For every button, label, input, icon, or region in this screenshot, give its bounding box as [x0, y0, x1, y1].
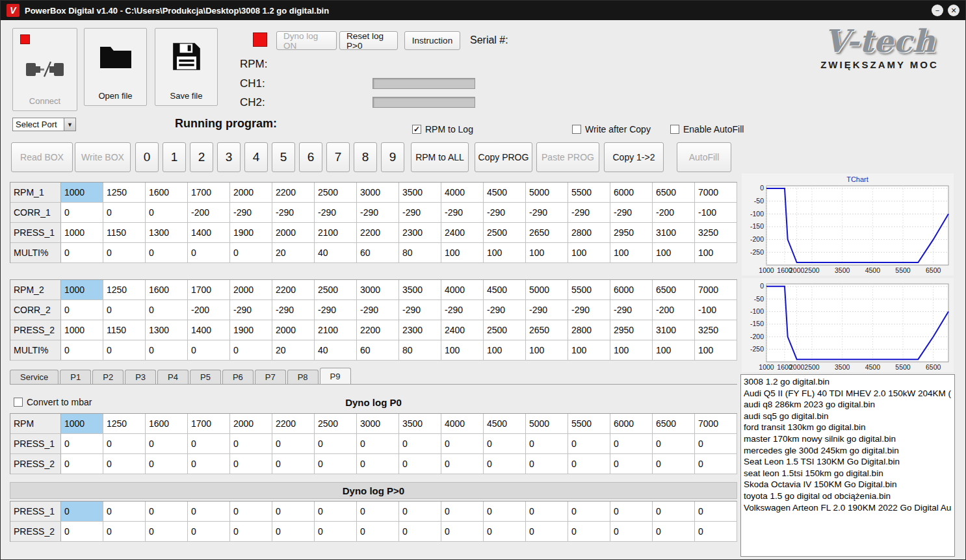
table-cell[interactable]: 1150	[103, 223, 146, 243]
table-cell[interactable]: 6000	[610, 183, 653, 203]
read-box-button[interactable]: Read BOX	[11, 142, 73, 172]
table-cell[interactable]: 6000	[610, 280, 653, 300]
table-cell[interactable]: 0	[568, 502, 610, 522]
table-cell[interactable]: 0	[146, 454, 188, 474]
instruction-button[interactable]: Instruction	[404, 31, 460, 50]
table-cell[interactable]: 1150	[103, 320, 146, 340]
table-cell[interactable]: 0	[230, 243, 272, 263]
table-cell[interactable]: 2650	[526, 320, 568, 340]
table-cell[interactable]: 100	[695, 340, 737, 361]
table-cell[interactable]: 1250	[103, 280, 146, 300]
table-cell[interactable]: 100	[568, 340, 610, 361]
table-cell[interactable]: 0	[188, 502, 230, 522]
table-cell[interactable]: 4500	[484, 183, 526, 203]
table-cell[interactable]: 1000	[61, 223, 103, 243]
table-cell[interactable]: -290	[272, 203, 315, 223]
tab-p8[interactable]: P8	[287, 370, 319, 384]
table-cell[interactable]: 2100	[315, 223, 357, 243]
table-cell[interactable]: 2500	[315, 183, 357, 203]
table-cell[interactable]: 2000	[230, 183, 272, 203]
tab-p9[interactable]: P9	[320, 368, 351, 384]
digit-button-9[interactable]: 9	[381, 142, 404, 172]
table-cell[interactable]: -290	[230, 203, 272, 223]
table-cell[interactable]: -290	[526, 300, 568, 320]
tab-p1[interactable]: P1	[60, 370, 91, 384]
table-cell[interactable]: 0	[441, 522, 484, 542]
file-list-item[interactable]: seat leon 1.5tsi 150km go digital.bin	[744, 468, 952, 479]
table-cell[interactable]: -290	[484, 203, 526, 223]
table-cell[interactable]: 2200	[272, 280, 315, 300]
table-cell[interactable]: 0	[188, 434, 230, 454]
paste-prog-button[interactable]: Paste PROG	[536, 142, 599, 172]
table-cell[interactable]: -290	[399, 300, 441, 320]
table-cell[interactable]: 0	[103, 300, 146, 320]
table-cell[interactable]: 2500	[315, 280, 357, 300]
table-cell[interactable]: 0	[103, 340, 146, 361]
table-cell[interactable]: 100	[526, 340, 568, 361]
table-cell[interactable]: 0	[610, 522, 653, 542]
table-cell[interactable]: 0	[610, 434, 653, 454]
tab-p4[interactable]: P4	[157, 370, 189, 384]
table-cell[interactable]: 0	[272, 502, 315, 522]
table-cell[interactable]: 0	[441, 434, 484, 454]
table-cell[interactable]: 0	[272, 434, 315, 454]
digit-button-0[interactable]: 0	[135, 142, 159, 172]
table-cell[interactable]: 100	[653, 243, 695, 263]
table-cell[interactable]: 2200	[357, 320, 399, 340]
table-cell[interactable]: 5000	[526, 414, 568, 434]
table-cell[interactable]: 0	[526, 434, 568, 454]
table-cell[interactable]: 1000	[61, 414, 103, 434]
table-cell[interactable]: 2200	[272, 414, 315, 434]
table-cell[interactable]: 100	[441, 243, 484, 263]
table-cell[interactable]: -290	[230, 300, 272, 320]
table-cell[interactable]: 2500	[484, 223, 526, 243]
table-cell[interactable]: 4000	[441, 183, 484, 203]
table-cell[interactable]: 0	[61, 243, 103, 263]
connect-button[interactable]: Connect	[12, 28, 77, 111]
table-cell[interactable]: 0	[61, 522, 103, 542]
file-list-item[interactable]: toyota 1.5 go digital od obciążenia.bin	[744, 490, 952, 502]
table-cell[interactable]: 3500	[399, 280, 441, 300]
digit-button-3[interactable]: 3	[217, 142, 241, 172]
digit-button-6[interactable]: 6	[299, 142, 322, 172]
autofill-button[interactable]: AutoFill	[677, 142, 731, 172]
table-cell[interactable]: 0	[188, 522, 230, 542]
table-cell[interactable]: 2500	[484, 320, 526, 340]
table-cell[interactable]: 0	[272, 522, 315, 542]
open-file-button[interactable]: Open file	[84, 28, 147, 106]
file-list-item[interactable]: Volkswagen Arteon FL 2.0 190KM 2022 Go D…	[744, 502, 952, 514]
table-cell[interactable]: -100	[695, 203, 737, 223]
file-list-item[interactable]: Audi Q5 II (FY FL) 40 TDI MHEV 2.0 150kW…	[744, 388, 952, 400]
table-cell[interactable]: 0	[399, 434, 441, 454]
table-cell[interactable]: 0	[146, 300, 188, 320]
table-cell[interactable]: 3100	[653, 320, 695, 340]
table-cell[interactable]: -290	[357, 300, 399, 320]
table-cell[interactable]: 1700	[188, 414, 230, 434]
table-cell[interactable]: -290	[610, 203, 653, 223]
tab-p3[interactable]: P3	[125, 370, 156, 384]
reset-log-button[interactable]: Reset log P>0	[339, 31, 398, 50]
table-cell[interactable]: 20	[272, 340, 315, 361]
table-cell[interactable]: 6500	[653, 280, 695, 300]
table-cell[interactable]: 0	[568, 522, 610, 542]
table-cell[interactable]: 1700	[188, 183, 230, 203]
table-cell[interactable]: 2950	[610, 320, 653, 340]
select-port-dropdown[interactable]: Select Port ▼	[12, 118, 76, 131]
table-cell[interactable]: 1000	[61, 183, 103, 203]
table-cell[interactable]: 6500	[653, 414, 695, 434]
file-list-item[interactable]: audi q8 286km 2023 go digital.bin	[744, 399, 952, 411]
table-cell[interactable]: 3000	[357, 414, 399, 434]
table-cell[interactable]: 0	[230, 340, 272, 361]
table-cell[interactable]: -290	[484, 300, 526, 320]
table-cell[interactable]: -290	[610, 300, 653, 320]
table-cell[interactable]: 0	[146, 340, 188, 361]
table-cell[interactable]: -290	[568, 300, 610, 320]
table-cell[interactable]: 0	[695, 434, 737, 454]
table-cell[interactable]: -200	[188, 300, 230, 320]
tab-p6[interactable]: P6	[222, 370, 254, 384]
table-cell[interactable]: 0	[315, 434, 357, 454]
table-cell[interactable]: 0	[441, 454, 484, 474]
table-cell[interactable]: -200	[653, 203, 695, 223]
table-cell[interactable]: 0	[188, 340, 230, 361]
table-cell[interactable]: 100	[695, 243, 737, 263]
